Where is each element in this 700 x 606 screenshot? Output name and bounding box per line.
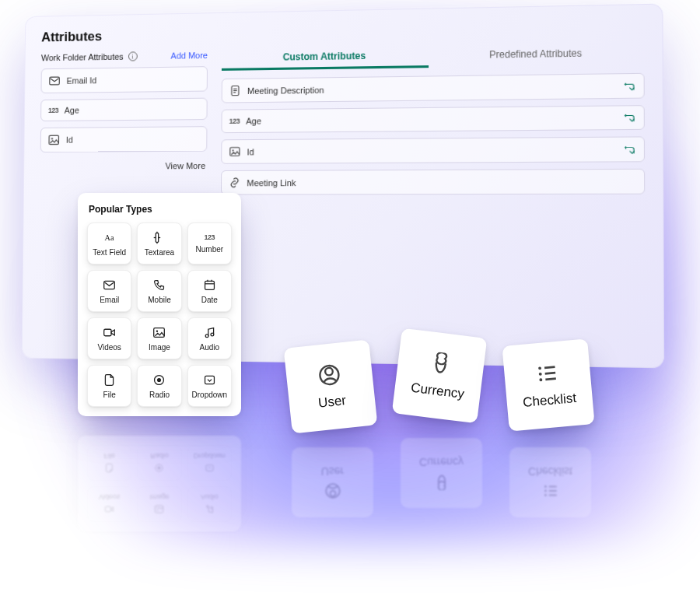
- doc-icon: [229, 85, 241, 96]
- move-icon[interactable]: [625, 112, 636, 124]
- type-tile-number[interactable]: 123Number: [187, 222, 232, 264]
- popular-types-title: Popular Types: [89, 204, 232, 215]
- date-icon: [203, 278, 216, 292]
- reflection: VideosImageAudioFileRadioDropdown: [78, 436, 241, 531]
- type-tile-label: Number: [196, 245, 224, 254]
- type-tile-file[interactable]: File: [87, 365, 131, 407]
- add-more-link[interactable]: Add More: [171, 51, 208, 61]
- type-tile-videos[interactable]: Videos: [87, 317, 131, 359]
- type-tile-label: Radio: [149, 391, 170, 399]
- phone-icon: [152, 278, 166, 292]
- dropdown-icon: [205, 464, 215, 474]
- radio-icon: [154, 464, 164, 474]
- dropdown-icon: [203, 373, 216, 387]
- image-icon: [47, 134, 60, 146]
- move-icon[interactable]: [625, 80, 636, 92]
- custom-attr-row[interactable]: Meeting Description: [222, 73, 645, 103]
- custom-attributes-column: Custom Attributes Predefined Attributes …: [220, 44, 646, 350]
- custom-attr-row[interactable]: 123 Age: [221, 105, 644, 133]
- type-tile-label: Audio: [200, 343, 220, 352]
- link-icon: [229, 177, 240, 188]
- type-tile-mobile[interactable]: Mobile: [137, 270, 181, 312]
- mail-icon: [48, 75, 61, 87]
- type-card-checklist[interactable]: Checklist: [502, 338, 594, 431]
- type-tile-text-field[interactable]: Text Field: [87, 222, 131, 264]
- type-tile-radio[interactable]: Radio: [137, 365, 181, 407]
- number-icon: 123: [205, 233, 215, 241]
- type-tile-label: Email: [100, 296, 119, 304]
- textarea-icon: [152, 231, 166, 244]
- type-tile-audio[interactable]: Audio: [187, 317, 232, 359]
- video-icon: [104, 505, 114, 515]
- radio-icon: [152, 373, 166, 387]
- file-icon: [104, 464, 114, 474]
- wf-attr-label: Id: [66, 135, 73, 145]
- audio-icon: [203, 326, 216, 339]
- type-tile-date[interactable]: Date: [187, 270, 232, 312]
- type-tile-label: Text Field: [93, 248, 126, 257]
- number-icon: 123: [48, 107, 58, 114]
- custom-attr-label: Meeting Link: [247, 177, 296, 187]
- work-folder-title: Work Folder Attributes: [41, 52, 124, 63]
- custom-attr-row[interactable]: Id: [221, 136, 645, 163]
- text-icon: [103, 231, 116, 244]
- image-icon: [154, 505, 164, 515]
- wf-attr-label: Email Id: [67, 75, 97, 86]
- type-tile-label: File: [103, 391, 116, 399]
- custom-attr-label: Meeting Description: [247, 85, 324, 95]
- tab-custom[interactable]: Custom Attributes: [222, 49, 429, 71]
- tab-predefined[interactable]: Predefined Attributes: [429, 47, 645, 66]
- type-tile-label: Dropdown: [192, 391, 228, 399]
- file-icon: [103, 373, 116, 387]
- move-icon[interactable]: [625, 143, 636, 155]
- currency-icon: [428, 351, 453, 377]
- type-tile-label: Videos: [97, 343, 121, 352]
- number-icon: 123: [229, 117, 240, 125]
- reflection: User: [292, 447, 373, 517]
- custom-attr-row[interactable]: Meeting Link: [221, 169, 645, 195]
- type-card-label: Currency: [410, 380, 465, 402]
- user-icon: [317, 363, 342, 388]
- video-icon: [103, 326, 116, 339]
- wf-attr-row[interactable]: Id: [40, 126, 208, 152]
- type-tile-label: Textarea: [145, 248, 174, 257]
- type-tile-label: Mobile: [148, 296, 170, 304]
- custom-attr-label: Id: [247, 147, 254, 156]
- type-tile-textarea[interactable]: Textarea: [137, 222, 181, 264]
- type-card-user[interactable]: User: [284, 340, 378, 434]
- reflection: Currency: [401, 438, 482, 508]
- reflection: Checklist: [509, 447, 591, 517]
- popular-types-card: Popular Types Text FieldTextarea123Numbe…: [78, 193, 241, 416]
- wf-attr-label: Age: [65, 106, 79, 115]
- type-card-label: Checklist: [523, 391, 577, 411]
- wf-attr-row[interactable]: Email Id: [40, 66, 207, 93]
- info-icon[interactable]: i: [128, 51, 138, 61]
- image-icon: [152, 326, 166, 339]
- type-tile-dropdown[interactable]: Dropdown: [187, 365, 232, 407]
- view-more-link[interactable]: View More: [40, 158, 207, 174]
- image-icon: [229, 145, 240, 157]
- type-tile-email[interactable]: Email: [87, 270, 131, 312]
- custom-attr-label: Age: [246, 116, 261, 125]
- type-card-currency[interactable]: Currency: [392, 328, 488, 424]
- page-title: Attributes: [41, 19, 644, 45]
- type-tile-label: Image: [149, 343, 170, 352]
- wf-attr-row[interactable]: 123 Age: [40, 98, 208, 121]
- audio-icon: [205, 505, 215, 515]
- mail-icon: [103, 278, 116, 292]
- type-tile-label: Date: [201, 296, 218, 304]
- type-card-label: User: [317, 393, 347, 412]
- checklist-icon: [534, 361, 560, 387]
- type-tile-image[interactable]: Image: [137, 317, 181, 359]
